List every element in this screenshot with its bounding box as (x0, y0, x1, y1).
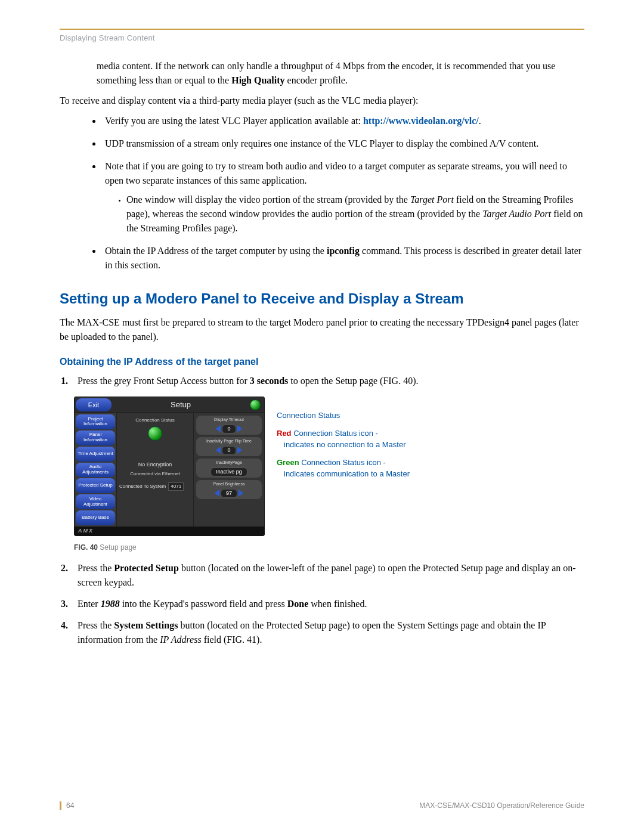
red-desc: indicates no connection to a Master (284, 439, 410, 451)
bullet-item: Note that if you are going to try to str… (103, 158, 584, 236)
group-title: Inactivity Page Flip Time (197, 438, 261, 445)
protected-setup-bold: Protected Setup (114, 563, 179, 573)
connection-status-label: Connection Status (119, 417, 191, 424)
text: One window will display the video portio… (126, 194, 410, 205)
decrement-icon[interactable] (215, 490, 219, 497)
text: Connection Status icon - (299, 458, 386, 467)
setup-panel-screenshot: Exit Setup Project Information Panel Inf… (74, 397, 265, 536)
password-1988: 1988 (101, 599, 120, 609)
text: Note that if you are going to try to str… (105, 161, 567, 185)
page-footer: 64 MAX-CSE/MAX-CSD10 Operation/Reference… (60, 801, 584, 810)
page-content: media content. If the network can only h… (60, 59, 584, 647)
increment-icon[interactable] (239, 490, 243, 497)
panel-footer-logo: AMX (75, 527, 264, 536)
continuation-paragraph: media content. If the network can only h… (97, 59, 584, 88)
decrement-icon[interactable] (216, 447, 221, 454)
text: Press the (78, 620, 114, 630)
group-title: Display Timeout (197, 417, 261, 423)
green-label: Green (277, 458, 299, 467)
vlc-link[interactable]: http://www.videolan.org/vlc/ (363, 116, 479, 126)
inactivity-flip-group: Inactivity Page Flip Time 0 (196, 437, 262, 456)
panel-title: Setup (112, 399, 250, 411)
steps-list: Press the grey Front Setup Access button… (60, 374, 584, 388)
step-2: Press the Protected Setup button (locate… (73, 561, 584, 590)
text: into the Keypad's password field and pre… (120, 599, 287, 609)
nav-button-protected-setup[interactable]: Protected Setup (76, 478, 115, 493)
spinner-value: 0 (222, 425, 236, 434)
panel-mid-status: Connection Status No Encryption Connecte… (116, 413, 194, 527)
nav-button[interactable]: Video Adjustment (76, 494, 115, 509)
red-status-note: Red Connection Status icon - indicates n… (277, 428, 410, 451)
group-title: InactivityPage (197, 460, 261, 466)
spinner[interactable]: 97 (197, 489, 261, 498)
done-bold: Done (287, 599, 309, 609)
inactive-page-value: Inactive pg (197, 467, 261, 477)
header-section-title: Displaying Stream Content (60, 33, 584, 42)
bullet-item: UDP transmission of a stream only requir… (103, 135, 584, 151)
panel-brightness-group: Panel Brightness 97 (196, 480, 262, 499)
panel-right-controls: Display Timeout 0 Inactivity Page Flip T… (194, 413, 264, 527)
header-rule (60, 29, 584, 30)
high-quality-bold: High Quality (231, 75, 284, 85)
red-label: Red (277, 429, 292, 438)
inactivity-page-group: InactivityPage Inactive pg (196, 459, 262, 478)
panel-left-nav: Project Information Panel Information Ti… (75, 413, 116, 527)
spinner[interactable]: 0 (197, 446, 261, 456)
text: to open the Setup page (FIG. 40). (288, 376, 418, 386)
text: Press the grey Front Setup Access button… (78, 376, 250, 386)
sub-bullet-list: One window will display the video portio… (126, 193, 584, 236)
section-heading: Setting up a Modero Panel to Receive and… (60, 288, 584, 309)
green-desc: indicates communication to a Master (284, 468, 410, 480)
receive-line: To receive and display content via a thi… (60, 94, 584, 108)
step-3: Enter 1988 into the Keypad's password fi… (73, 597, 584, 611)
bullet-list: Verify you are using the latest VLC Play… (103, 113, 584, 272)
spinner-value: 97 (221, 489, 237, 498)
step-4: Press the System Settings button (locate… (73, 618, 584, 647)
target-port-italic: Target Port (410, 194, 454, 205)
exit-button[interactable]: Exit (76, 398, 112, 411)
three-seconds-bold: 3 seconds (250, 376, 288, 386)
figure-title: Setup page (98, 543, 137, 552)
target-audio-port-italic: Target Audio Port (482, 209, 551, 219)
text: Obtain the IP Address of the target comp… (105, 246, 327, 256)
increment-icon[interactable] (237, 447, 242, 454)
bullet-item: Obtain the IP Address of the target comp… (103, 243, 584, 272)
panel-body: Project Information Panel Information Ti… (75, 413, 264, 527)
nav-button[interactable]: Battery Base (76, 510, 115, 525)
text: Enter (78, 599, 101, 609)
decrement-icon[interactable] (216, 425, 221, 432)
nav-button[interactable]: Audio Adjustments (76, 463, 115, 478)
nav-button[interactable]: Panel Information (76, 431, 115, 445)
figure-number: FIG. 40 (74, 543, 98, 552)
system-row: Connected To System 4071 (119, 482, 191, 491)
subsection-heading: Obtaining the IP Address of the target p… (60, 355, 584, 369)
text: Connection Status icon - (292, 429, 378, 438)
section-paragraph: The MAX-CSE must first be prepared to st… (60, 315, 584, 344)
sub-bullet-item: One window will display the video portio… (126, 193, 584, 236)
figure-40: Exit Setup Project Information Panel Inf… (74, 397, 584, 536)
panel-titlebar: Exit Setup (75, 397, 264, 413)
value: Inactive pg (210, 467, 247, 477)
figure-caption: FIG. 40 Setup page (74, 542, 584, 553)
guide-title: MAX-CSE/MAX-CSD10 Operation/Reference Gu… (419, 801, 584, 810)
ip-address-italic: IP Address (160, 634, 201, 645)
callout-title: Connection Status (277, 410, 410, 422)
bullet-item: Verify you are using the latest VLC Play… (103, 113, 584, 128)
step-1: Press the grey Front Setup Access button… (73, 374, 584, 388)
text: encoder profile. (285, 75, 348, 85)
document-page: Displaying Stream Content media content.… (0, 0, 644, 833)
system-settings-bold: System Settings (114, 620, 178, 630)
nav-button[interactable]: Time Adjustment (76, 447, 115, 462)
nav-button[interactable]: Project Information (76, 414, 115, 429)
spinner[interactable]: 0 (197, 425, 261, 434)
display-timeout-group: Display Timeout 0 (196, 416, 262, 435)
connection-status-led-icon (148, 426, 162, 441)
encryption-status: No Encryption (119, 461, 191, 469)
text: . (479, 116, 481, 126)
text: field (FIG. 41). (202, 634, 262, 645)
green-status-note: Green Connection Status icon - indicates… (277, 457, 410, 480)
increment-icon[interactable] (237, 425, 242, 432)
connection-method: Connected via Ethernet (119, 470, 191, 478)
text: when finished. (308, 599, 367, 609)
system-label: Connected To System (119, 484, 166, 489)
